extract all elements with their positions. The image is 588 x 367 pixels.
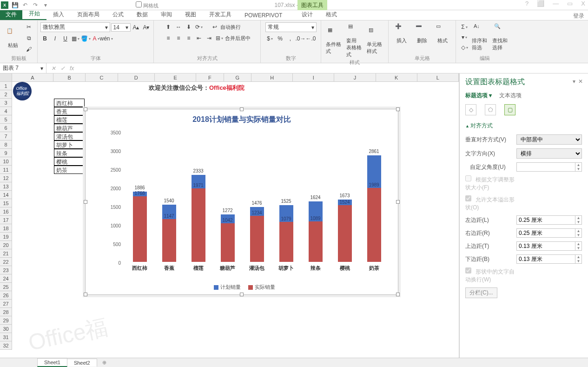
spinner-icon[interactable]: ▲▼	[575, 216, 581, 224]
direction-select[interactable]: 横排	[516, 148, 582, 159]
maximize-icon[interactable]: ▭	[567, 0, 573, 7]
italic-button[interactable]: I	[51, 34, 60, 43]
format-painter-icon[interactable]: 🖌	[24, 45, 33, 54]
sheet-tab[interactable]: Sheet2	[67, 359, 97, 367]
minimize-icon[interactable]: —	[553, 0, 559, 7]
legend[interactable]: 计划销量 实际销量	[86, 284, 398, 291]
cut-icon[interactable]: ✂	[24, 22, 33, 32]
pane-close-icon[interactable]: ✕	[578, 78, 583, 85]
tab-powerpivot[interactable]: POWERPIVOT	[238, 11, 289, 20]
merge-button[interactable]: ⊞	[215, 33, 224, 43]
format-button[interactable]: ▭格式	[433, 22, 452, 45]
spinner-icon[interactable]: ▲▼	[575, 242, 581, 250]
chart-object[interactable]: 2018计划销量与实际销量对比 050010001500200025003000…	[85, 109, 398, 295]
formula-input[interactable]	[79, 67, 588, 69]
tab-design[interactable]: 设计	[295, 9, 319, 20]
bars[interactable]: 1886 1768 西红柿 1540 1147 香蕉 2333 1971 榴莲 …	[125, 133, 389, 262]
columns-button[interactable]: 分栏(C)...	[465, 287, 497, 298]
align-mid-icon[interactable]: ↔	[174, 22, 183, 32]
merge-label[interactable]: 合并后居中	[225, 35, 251, 42]
table-format-button[interactable]: ▤套用 表格格式	[345, 22, 364, 59]
row-header[interactable]: 11	[0, 166, 12, 174]
help-icon[interactable]: ?	[525, 0, 529, 7]
row-header[interactable]: 21	[0, 249, 12, 258]
margin-t-input[interactable]	[517, 242, 575, 250]
save-icon[interactable]: 💾	[11, 1, 19, 9]
worksheet-grid[interactable]: ABCDEFGHIJKL Office福 院 Office 福利院 欢迎关注微信…	[0, 73, 459, 361]
tab-formula[interactable]: 公式	[106, 9, 130, 20]
col-header[interactable]: K	[376, 73, 417, 81]
bar-segment-actual[interactable]	[367, 188, 381, 262]
row-header[interactable]: 14	[0, 191, 12, 199]
wrap-text-label[interactable]: 自动换行	[220, 24, 241, 31]
bold-button[interactable]: B	[40, 34, 50, 43]
name-box[interactable]: 图表 7▾	[0, 63, 46, 73]
comma-icon[interactable]: ,	[286, 34, 295, 43]
fill-color-button[interactable]: 🪣	[81, 34, 91, 43]
tab-review[interactable]: 审阅	[154, 9, 178, 20]
size-props-icon[interactable]: ▢	[504, 104, 515, 115]
indent-dec-icon[interactable]: ⇤	[194, 33, 204, 43]
decrease-font-icon[interactable]: A▾	[142, 23, 151, 32]
effects-icon[interactable]: ⬠	[485, 104, 496, 115]
cell[interactable]: 西红柿	[54, 99, 85, 107]
col-header[interactable]: A	[12, 73, 53, 81]
row-header[interactable]: 24	[0, 274, 12, 283]
align-center-icon[interactable]: ≡	[174, 33, 183, 43]
paste-button[interactable]: 📋 粘贴	[4, 27, 22, 50]
row-header[interactable]: 25	[0, 283, 12, 291]
cell-styles-button[interactable]: ▨单元格样式	[366, 26, 384, 56]
row-header[interactable]: 7	[0, 132, 12, 140]
autosum-icon[interactable]: Σ	[460, 22, 469, 32]
tab-format[interactable]: 格式	[319, 9, 344, 20]
cell[interactable]: 奶茶	[54, 166, 85, 174]
indent-inc-icon[interactable]: ⇥	[205, 33, 214, 43]
font-size-combo[interactable]: 14▾	[111, 23, 131, 32]
pane-tab-text-options[interactable]: 文本选项	[499, 92, 522, 100]
phonetic-button[interactable]: wén	[102, 34, 111, 43]
row-header[interactable]: 9	[0, 149, 12, 157]
tab-file[interactable]: 文件	[0, 9, 22, 20]
bar-segment-actual[interactable]	[221, 223, 235, 262]
copy-icon[interactable]: ⧉	[24, 33, 33, 43]
tab-insert[interactable]: 插入	[46, 9, 71, 20]
row-header[interactable]: 4	[0, 107, 12, 115]
close-icon[interactable]: X	[581, 0, 585, 7]
cancel-formula-icon[interactable]: ✕	[51, 65, 56, 72]
sort-filter-button[interactable]: A↓排序和筛选	[471, 22, 489, 52]
spinner-icon[interactable]: ▲▼	[575, 163, 581, 171]
cell[interactable]: 糖葫芦	[54, 124, 85, 132]
margin-l-input[interactable]	[517, 216, 575, 224]
col-header[interactable]: B	[53, 73, 86, 81]
bar-segment-actual[interactable]	[338, 205, 352, 262]
fill-icon[interactable]: ▾	[460, 33, 469, 42]
cell[interactable]: 榴莲	[54, 115, 85, 124]
dec-decimal-icon[interactable]: ←.0	[306, 34, 316, 43]
row-header[interactable]: 18	[0, 224, 12, 233]
tab-developer[interactable]: 开发工具	[203, 9, 238, 20]
row-header[interactable]: 23	[0, 266, 12, 274]
row-header[interactable]: 26	[0, 291, 12, 300]
find-select-button[interactable]: 🔍查找和选择	[491, 22, 510, 52]
enter-formula-icon[interactable]: ✓	[60, 65, 65, 72]
angle-input[interactable]	[517, 163, 575, 171]
cell[interactable]: 香蕉	[54, 107, 85, 115]
ribbon-display-icon[interactable]: ⬜	[537, 0, 544, 7]
delete-button[interactable]: ➖删除	[413, 22, 431, 45]
column-headers[interactable]: ABCDEFGHIJKL	[0, 73, 459, 82]
align-right-icon[interactable]: ≡	[184, 33, 193, 43]
login-link[interactable]: 登录	[573, 12, 584, 20]
inc-decimal-icon[interactable]: .0→	[296, 34, 305, 43]
row-header[interactable]: 15	[0, 199, 12, 207]
bar-segment-actual[interactable]	[192, 188, 205, 262]
valign-select[interactable]: 中部居中	[516, 134, 582, 145]
row-header[interactable]: 1	[0, 82, 12, 90]
col-header[interactable]: H	[251, 73, 293, 81]
redo-icon[interactable]: ↷	[32, 1, 39, 9]
row-header[interactable]: 27	[0, 300, 12, 308]
underline-button[interactable]: U	[61, 34, 70, 43]
col-header[interactable]: I	[293, 73, 334, 81]
row-header[interactable]: 20	[0, 241, 12, 249]
spinner-icon[interactable]: ▲▼	[575, 255, 581, 263]
pane-dropdown-icon[interactable]: ▾	[573, 78, 575, 85]
